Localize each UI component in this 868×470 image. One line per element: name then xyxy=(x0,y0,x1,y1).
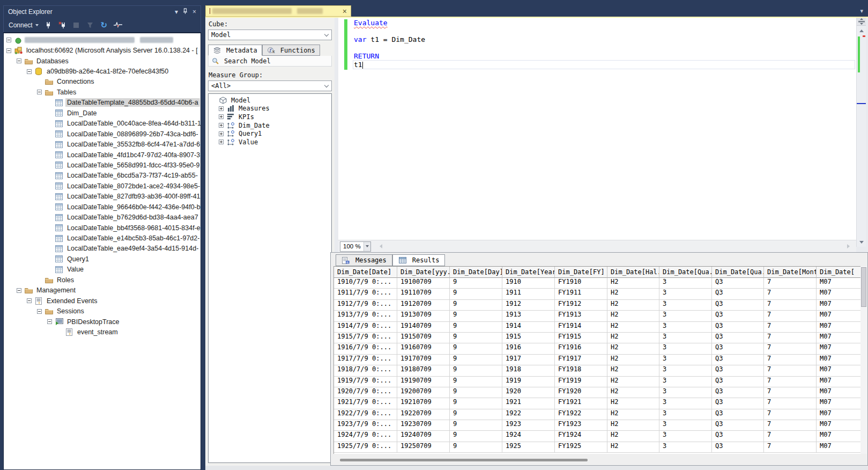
table-cell[interactable]: 3 xyxy=(659,333,712,343)
tab-close-icon[interactable]: × xyxy=(343,8,347,15)
zoom-select[interactable]: 100 % xyxy=(340,241,371,252)
table-cell[interactable]: 7 xyxy=(764,278,817,289)
activity-monitor-icon[interactable] xyxy=(114,21,122,30)
table-cell[interactable]: M07 xyxy=(817,355,860,365)
refresh-icon[interactable]: ↻ xyxy=(100,21,108,30)
table-cell[interactable]: 3 xyxy=(659,278,712,289)
table-cell[interactable]: 1923/7/9 0:... xyxy=(334,420,397,431)
table-cell[interactable]: 1922/7/9 0:... xyxy=(334,409,397,420)
oe-tree-item[interactable]: Dim_Date xyxy=(4,108,201,118)
measure-group-select[interactable]: <All> xyxy=(208,80,332,91)
table-cell[interactable]: FY1918 xyxy=(555,365,607,376)
oe-tree-item[interactable]: LocalDateTable_4fd1bc47-97d2-40fa-8907-3 xyxy=(4,150,201,160)
table-cell[interactable]: Q3 xyxy=(712,300,764,311)
table-cell[interactable]: 9 xyxy=(450,355,502,365)
table-cell[interactable]: 3 xyxy=(659,343,712,354)
table-cell[interactable]: H2 xyxy=(607,377,659,387)
oe-tree-item[interactable]: Extended Events xyxy=(4,296,201,306)
oe-tree-item[interactable]: Sessions xyxy=(4,306,201,316)
table-cell[interactable]: H2 xyxy=(607,300,659,311)
metadata-tree-item[interactable]: Measures xyxy=(209,105,331,113)
table-cell[interactable]: FY1922 xyxy=(555,409,607,420)
table-cell[interactable]: Q3 xyxy=(712,409,764,420)
table-cell[interactable]: Q3 xyxy=(712,289,764,299)
tree-expander[interactable] xyxy=(6,48,11,53)
table-cell[interactable]: 19220709 xyxy=(397,409,450,420)
table-cell[interactable]: 3 xyxy=(659,322,712,333)
table-cell[interactable]: 19240709 xyxy=(397,431,450,442)
table-cell[interactable]: M07 xyxy=(817,333,860,343)
table-cell[interactable]: 1914 xyxy=(502,322,555,333)
table-cell[interactable]: 1915/7/9 0:... xyxy=(334,333,397,343)
tree-expander[interactable] xyxy=(47,319,52,324)
table-cell[interactable]: FY1910 xyxy=(555,278,607,289)
table-cell[interactable]: M07 xyxy=(817,300,860,311)
table-cell[interactable]: FY1919 xyxy=(555,377,607,387)
table-cell[interactable]: 3 xyxy=(659,442,712,453)
table-cell[interactable]: 9 xyxy=(450,387,502,398)
results-horizontal-scrollbar[interactable] xyxy=(333,456,860,464)
table-cell[interactable]: 3 xyxy=(659,431,712,442)
tree-expander[interactable] xyxy=(219,139,224,144)
code-line[interactable]: Evaluate xyxy=(354,19,845,27)
oe-tree-item[interactable]: LocalDateTable_00c40ace-8fea-464d-b311-1 xyxy=(4,119,201,129)
table-cell[interactable]: M07 xyxy=(817,442,860,453)
table-cell[interactable]: 1920/7/9 0:... xyxy=(334,387,397,398)
table-cell[interactable]: M07 xyxy=(817,398,860,409)
table-cell[interactable]: H2 xyxy=(607,355,659,365)
hscroll-left-arrow[interactable] xyxy=(377,244,382,248)
table-cell[interactable]: M07 xyxy=(817,387,860,398)
table-cell[interactable]: 19110709 xyxy=(397,289,450,299)
document-tab[interactable]: × xyxy=(205,5,351,17)
table-cell[interactable]: FY1923 xyxy=(555,420,607,431)
table-cell[interactable]: Q3 xyxy=(712,322,764,333)
table-cell[interactable]: H2 xyxy=(607,311,659,321)
table-cell[interactable]: Q3 xyxy=(712,431,764,442)
table-cell[interactable]: FY1917 xyxy=(555,355,607,365)
pin-icon[interactable] xyxy=(183,8,188,16)
results-vertical-scrollbar[interactable] xyxy=(860,266,867,454)
table-cell[interactable]: FY1915 xyxy=(555,333,607,343)
table-cell[interactable]: 19200709 xyxy=(397,387,450,398)
table-cell[interactable]: 9 xyxy=(450,289,502,299)
table-cell[interactable]: 19190709 xyxy=(397,377,450,387)
tree-expander[interactable] xyxy=(219,114,224,119)
table-cell[interactable]: 9 xyxy=(450,420,502,431)
oe-tree-item-redacted[interactable] xyxy=(4,35,201,45)
table-cell[interactable]: H2 xyxy=(607,322,659,333)
oe-tree-item[interactable]: LocalDateTable_e14bc5b3-85ab-46c1-97d2- xyxy=(4,233,201,243)
table-cell[interactable]: 7 xyxy=(764,333,817,343)
table-cell[interactable]: 19160709 xyxy=(397,343,450,354)
zoom-dropdown-icon[interactable] xyxy=(363,242,370,251)
code-line[interactable]: var t1 = Dim_Date xyxy=(354,35,845,44)
table-cell[interactable]: 7 xyxy=(764,409,817,420)
table-cell[interactable]: Q3 xyxy=(712,311,764,321)
table-cell[interactable]: 3 xyxy=(659,387,712,398)
column-header[interactable]: Dim_Date[Qua... xyxy=(659,267,712,278)
table-cell[interactable]: 1925/7/9 0:... xyxy=(334,442,397,453)
oe-tree-item[interactable]: Query1 xyxy=(4,254,201,264)
table-cell[interactable]: Q3 xyxy=(712,365,764,376)
scroll-up-arrow[interactable] xyxy=(857,26,866,33)
oe-tree-item[interactable]: event_stream xyxy=(4,327,201,337)
table-cell[interactable]: 1910 xyxy=(502,278,555,289)
table-cell[interactable]: FY1916 xyxy=(555,343,607,354)
table-cell[interactable]: H2 xyxy=(607,431,659,442)
oe-tree-item[interactable]: LocalDateTable_96646b0e-f442-436e-94f0-b xyxy=(4,202,201,212)
table-cell[interactable]: FY1925 xyxy=(555,442,607,453)
table-cell[interactable]: 1913 xyxy=(502,311,555,321)
table-cell[interactable]: 19210709 xyxy=(397,398,450,409)
column-header[interactable]: Dim_Date[Year] xyxy=(502,267,555,278)
scroll-down-arrow[interactable] xyxy=(857,239,866,247)
connect-button[interactable]: Connect xyxy=(9,21,39,29)
oe-tree-item[interactable]: DateTableTemplate_48855bd3-65dd-40b6-a xyxy=(4,98,201,108)
table-cell[interactable]: 7 xyxy=(764,311,817,321)
table-cell[interactable]: 19140709 xyxy=(397,322,450,333)
column-header[interactable]: Dim_Date[FY] xyxy=(555,267,607,278)
table-cell[interactable]: 1921/7/9 0:... xyxy=(334,398,397,409)
table-cell[interactable]: 19100709 xyxy=(397,278,450,289)
oe-tree-item[interactable]: LocalDateTable_827dfb93-ab36-400f-89ff-4… xyxy=(4,192,201,202)
table-cell[interactable]: 3 xyxy=(659,311,712,321)
table-cell[interactable]: 9 xyxy=(450,431,502,442)
oe-tree-item[interactable]: LocalDateTable_5658d991-fdcc-4f33-95e0-9 xyxy=(4,160,201,170)
